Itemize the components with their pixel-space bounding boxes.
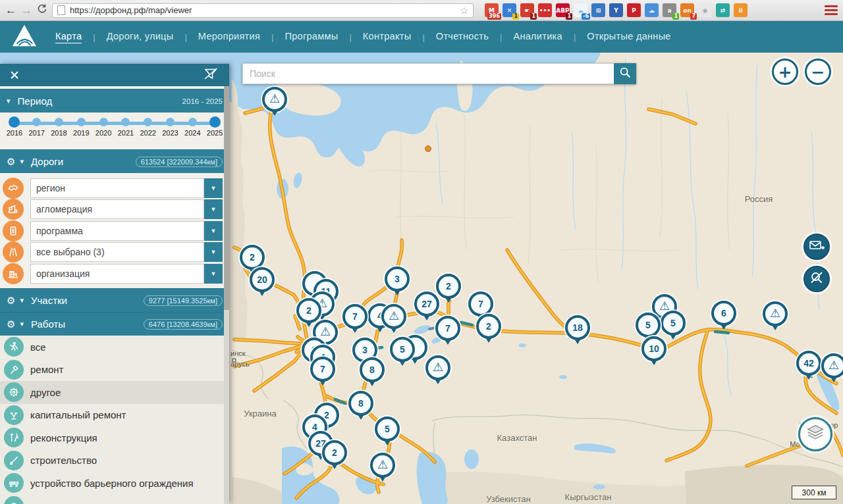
map-cluster-marker-40[interactable]: 42 <box>796 351 821 376</box>
yandex-bookmarks-extension-icon[interactable]: Y <box>609 3 623 17</box>
search-input[interactable] <box>242 63 614 84</box>
work-type-item-8[interactable] <box>0 495 229 504</box>
nav-item-7[interactable]: Аналитика <box>513 31 562 43</box>
map-cluster-marker-26[interactable]: 2 <box>322 440 347 465</box>
map-cluster-marker-8[interactable]: 3 <box>385 266 410 291</box>
xmarks-extension-icon[interactable]: ✕1 <box>503 3 516 17</box>
map-cluster-marker-10[interactable]: 7 <box>342 304 367 329</box>
clear-search-button[interactable] <box>803 266 830 292</box>
sidebar-scrollbar[interactable] <box>224 86 229 504</box>
map-cluster-marker-38[interactable]: 6 <box>711 301 736 326</box>
stop-hand-extension-icon[interactable]: ☛1 <box>520 3 534 17</box>
dropdown-button[interactable]: ▼ <box>204 264 223 284</box>
browser-menu-icon[interactable] <box>825 5 838 15</box>
sections-section-header[interactable]: ⚙ ▾ Участки 9277 [15149.3525км] <box>0 288 229 312</box>
nav-item-1[interactable]: Карта <box>55 31 82 43</box>
il-extension-icon[interactable]: il <box>734 3 748 17</box>
avast-extension-icon[interactable]: a1 <box>663 3 676 17</box>
reload-icon[interactable] <box>37 4 47 17</box>
gear-icon[interactable]: ⚙ <box>7 318 15 330</box>
onenote-extension-icon[interactable]: on7 <box>680 3 694 17</box>
gear-icon[interactable]: ⚙ <box>7 295 15 307</box>
work-type-item-3[interactable]: другое <box>0 381 229 404</box>
map-cluster-marker-36[interactable]: 5 <box>661 311 686 336</box>
weather-cloud-extension-icon[interactable]: ☁-6 <box>574 3 587 17</box>
year-tick-2020[interactable]: 2020 <box>92 116 115 149</box>
work-type-item-2[interactable]: ремонт <box>0 359 229 382</box>
map-cluster-marker-16[interactable]: 7 <box>310 357 335 382</box>
dropdown-button[interactable]: ▼ <box>204 221 223 241</box>
slider-dot[interactable] <box>9 116 20 128</box>
work-type-item-5[interactable]: реконструкция <box>0 426 229 449</box>
map-cluster-marker-3[interactable]: 20 <box>250 267 275 292</box>
bookmark-star-icon[interactable]: ☆ <box>460 5 468 16</box>
dropdown-button[interactable]: ▼ <box>204 199 223 219</box>
year-tick-2022[interactable]: 2022 <box>137 116 159 149</box>
filter-value[interactable]: регион <box>30 178 204 198</box>
gear-icon[interactable]: ⚙ <box>7 156 15 168</box>
nav-item-4[interactable]: Программы <box>285 31 338 43</box>
map-cluster-marker-19[interactable]: 5 <box>390 337 415 362</box>
year-tick-2018[interactable]: 2018 <box>48 116 70 149</box>
pinterest-extension-icon[interactable]: P <box>627 3 641 17</box>
work-type-item-6[interactable]: строительство <box>0 449 229 472</box>
filter-value[interactable]: все выбрано (3) <box>30 242 204 262</box>
sync-extension-icon[interactable]: ⇄ <box>716 3 730 17</box>
map-cluster-marker-29[interactable]: 2 <box>436 274 461 299</box>
droplet-extension-icon[interactable]: ◉ <box>698 3 712 17</box>
gmail-extension-icon[interactable]: M396 <box>485 3 499 17</box>
map-cluster-marker-31[interactable]: 2 <box>476 314 501 339</box>
filter-value[interactable]: агломерация <box>30 199 204 219</box>
works-section-header[interactable]: ⚙ ▾ Работы 6476 [13208.4639км] <box>0 312 229 336</box>
map-cluster-marker-27[interactable]: 5 <box>375 416 400 441</box>
slider-dot[interactable] <box>209 116 221 128</box>
map-cluster-marker-20[interactable]: 8 <box>360 357 385 382</box>
forward-icon[interactable]: → <box>21 5 32 16</box>
year-tick-2023[interactable]: 2023 <box>159 116 182 149</box>
year-tick-2016[interactable]: 2016 <box>3 116 26 149</box>
slider-dot[interactable] <box>144 118 152 126</box>
nav-item-2[interactable]: Дороги, улицы <box>107 31 174 43</box>
year-tick-2021[interactable]: 2021 <box>115 116 137 149</box>
map-cluster-marker-37[interactable]: 10 <box>641 336 666 361</box>
nav-item-8[interactable]: Открытые данные <box>587 31 670 43</box>
map-cluster-marker-32[interactable]: 7 <box>435 316 460 341</box>
map-cluster-marker-22[interactable]: 8 <box>348 391 373 416</box>
back-icon[interactable]: ← <box>5 5 16 16</box>
slider-dot[interactable] <box>121 118 130 126</box>
search-button[interactable] <box>614 63 636 84</box>
dropdown-button[interactable]: ▼ <box>204 178 223 198</box>
dropdown-button[interactable]: ▼ <box>204 242 223 262</box>
nav-item-5[interactable]: Контракты <box>363 31 412 43</box>
zoom-in-button[interactable]: + <box>772 59 798 85</box>
zoom-out-button[interactable]: − <box>805 59 831 85</box>
layers-button[interactable] <box>798 417 832 451</box>
nav-item-3[interactable]: Мероприятия <box>198 31 260 43</box>
work-type-item-7[interactable]: устройство барьерного ограждения <box>0 472 229 495</box>
year-tick-2025[interactable]: 2025 <box>204 116 226 149</box>
filter-off-icon[interactable] <box>202 66 220 84</box>
year-tick-2024[interactable]: 2024 <box>181 116 204 149</box>
feedback-mail-button[interactable] <box>803 234 830 260</box>
roads-section-header[interactable]: ⚙ ▾ Дороги 613524 [322009.344км] <box>0 149 229 173</box>
period-section-header[interactable]: ▾ Период 2016 - 2025 <box>0 89 229 113</box>
site-logo[interactable] <box>11 23 38 51</box>
map-cluster-marker-2[interactable]: 2 <box>240 245 265 270</box>
map-cluster-marker-33[interactable]: 18 <box>565 315 590 340</box>
year-tick-2017[interactable]: 2017 <box>26 116 48 149</box>
slider-dot[interactable] <box>77 118 86 126</box>
map-warning-marker-1[interactable]: ⚠ <box>262 87 287 112</box>
year-tick-2019[interactable]: 2019 <box>70 116 92 149</box>
map-warning-marker-12[interactable]: ⚠ <box>381 304 406 329</box>
slider-dot[interactable] <box>166 118 175 126</box>
map-cluster-marker-30[interactable]: 7 <box>468 291 493 316</box>
slider-dot[interactable] <box>99 118 108 126</box>
close-icon[interactable]: ✕ <box>9 68 20 82</box>
map-warning-marker-21[interactable]: ⚠ <box>425 355 450 380</box>
slider-dot[interactable] <box>188 118 197 126</box>
filter-value[interactable]: программа <box>30 221 204 241</box>
map-cluster-marker-34[interactable]: 5 <box>636 313 661 338</box>
globe-grid-extension-icon[interactable]: ⊞ <box>591 3 605 17</box>
map-warning-marker-28[interactable]: ⚠ <box>370 453 395 478</box>
address-bar[interactable]: https://дорфонд.рф/map/viewer ☆ <box>52 3 474 18</box>
